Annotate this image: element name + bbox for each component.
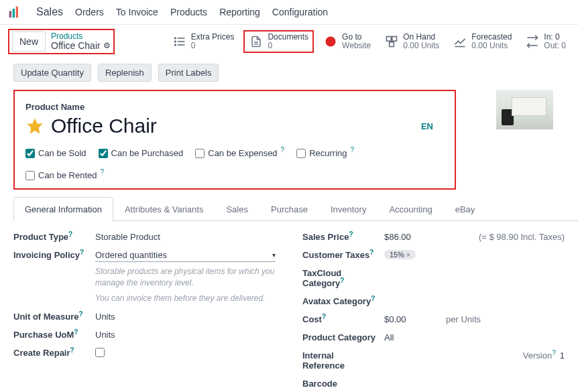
- check-can-be-expensed[interactable]: Can be Expensed?: [195, 148, 284, 158]
- check-can-be-sold[interactable]: Can be Sold: [25, 148, 86, 158]
- remove-tag-icon[interactable]: ×: [406, 251, 410, 259]
- customer-tax-tag[interactable]: 15%×: [384, 250, 416, 259]
- form: Product Type? Storable Product Invoicing…: [0, 221, 578, 392]
- svg-point-11: [326, 37, 336, 47]
- app-logo-icon: [8, 5, 21, 19]
- breadcrumb: Products Office Chair ⚙: [51, 32, 111, 52]
- product-name[interactable]: Office Chair: [51, 115, 157, 137]
- product-header: Product Name Office Chair EN Can be Sold…: [13, 90, 456, 190]
- tab-attributes-variants[interactable]: Attributes & Variants: [113, 197, 215, 221]
- field-uom: Unit of Measure? Units: [13, 312, 276, 322]
- tab-inventory[interactable]: Inventory: [319, 197, 378, 221]
- replenish-button[interactable]: Replenish: [98, 64, 152, 82]
- field-barcode: Barcode: [302, 379, 565, 389]
- product-type-value[interactable]: Storable Product: [95, 232, 160, 242]
- field-create-repair: Create Repair?: [13, 348, 276, 358]
- nav-configuration[interactable]: Configuration: [272, 7, 328, 17]
- check-can-be-purchased[interactable]: Can be Purchased: [99, 148, 184, 158]
- svg-point-8: [174, 44, 176, 46]
- tab-purchase[interactable]: Purchase: [259, 197, 319, 221]
- tab-ebay[interactable]: eBay: [444, 197, 487, 221]
- nav-products[interactable]: Products: [170, 7, 207, 17]
- cost-value[interactable]: $0.00: [384, 314, 438, 324]
- help-icon[interactable]: ?: [79, 310, 83, 318]
- check-recurring[interactable]: Recurring?: [296, 148, 354, 158]
- svg-point-7: [174, 41, 176, 42]
- product-name-label: Product Name: [25, 102, 444, 112]
- invoicing-policy-select[interactable]: Ordered quantities▾: [95, 250, 276, 262]
- favorite-star-icon[interactable]: [25, 117, 44, 135]
- field-product-category: Product Category All: [302, 332, 565, 342]
- stat-buttons: Extra Prices0 Documents0 Go toWebsite On…: [168, 30, 570, 53]
- help-icon[interactable]: ?: [351, 146, 355, 153]
- help-icon[interactable]: ?: [340, 277, 344, 284]
- cost-per: per Units: [446, 314, 481, 324]
- help-icon[interactable]: ?: [281, 146, 285, 153]
- svg-rect-13: [392, 37, 397, 42]
- help-icon[interactable]: ?: [70, 346, 74, 354]
- product-checks: Can be Sold Can be Purchased Can be Expe…: [25, 148, 444, 180]
- boxes-icon: [384, 34, 399, 49]
- help-icon[interactable]: ?: [100, 168, 104, 176]
- stat-documents[interactable]: Documents0: [243, 30, 314, 53]
- help-icon[interactable]: ?: [371, 295, 375, 302]
- field-avatax-category: Avatax Category?: [302, 296, 565, 306]
- svg-point-6: [174, 38, 176, 39]
- print-labels-button[interactable]: Print Labels: [158, 64, 219, 82]
- document-icon: [249, 34, 264, 49]
- check-can-be-rented[interactable]: Can be Rented?: [25, 170, 104, 180]
- sales-price-incl: (= $ 98.90 Incl. Taxes): [479, 232, 565, 242]
- stat-onhand[interactable]: On Hand0.00 Units: [380, 30, 443, 53]
- tab-accounting[interactable]: Accounting: [378, 197, 443, 221]
- product-category-value[interactable]: All: [384, 332, 394, 342]
- nav-reporting[interactable]: Reporting: [219, 7, 260, 17]
- list-icon: [172, 34, 187, 49]
- purchase-uom-value[interactable]: Units: [95, 330, 115, 340]
- stat-inout[interactable]: In: 0Out: 0: [521, 30, 570, 53]
- stat-forecasted[interactable]: Forecasted0.00 Units: [449, 30, 516, 53]
- svg-marker-18: [27, 118, 42, 133]
- top-nav: Sales Orders To Invoice Products Reporti…: [0, 0, 578, 25]
- product-image[interactable]: [496, 90, 553, 130]
- tabs: General Information Attributes & Variant…: [13, 196, 578, 221]
- new-button[interactable]: New: [12, 31, 46, 52]
- create-repair-checkbox[interactable]: [95, 348, 105, 357]
- field-internal-reference: Internal Reference Version? 1: [302, 350, 565, 371]
- svg-rect-2: [16, 7, 18, 18]
- form-left-column: Product Type? Storable Product Invoicing…: [13, 232, 276, 392]
- svg-rect-14: [390, 42, 394, 47]
- stat-website[interactable]: Go toWebsite: [319, 30, 375, 53]
- field-customer-taxes: Customer Taxes? 15%×: [302, 250, 565, 260]
- breadcrumb-current: Office Chair ⚙: [51, 41, 111, 51]
- language-badge[interactable]: EN: [421, 121, 433, 131]
- help-icon[interactable]: ?: [552, 349, 556, 356]
- app-name[interactable]: Sales: [36, 6, 63, 18]
- help-icon[interactable]: ?: [80, 249, 84, 256]
- help-icon[interactable]: ?: [369, 249, 373, 256]
- stat-extra-prices[interactable]: Extra Prices0: [168, 30, 239, 53]
- svg-rect-12: [387, 37, 392, 42]
- sales-price-value[interactable]: $86.00: [384, 232, 451, 242]
- breadcrumb-group: New Products Office Chair ⚙: [8, 29, 115, 54]
- help-icon[interactable]: ?: [68, 231, 72, 238]
- chart-icon: [453, 34, 467, 49]
- transfer-icon: [525, 34, 540, 49]
- sub-bar: New Products Office Chair ⚙ Extra Prices…: [0, 25, 578, 58]
- update-quantity-button[interactable]: Update Quantity: [13, 64, 91, 82]
- tab-sales[interactable]: Sales: [215, 197, 259, 221]
- help-icon[interactable]: ?: [322, 313, 326, 320]
- field-cost: Cost? $0.00 per Units: [302, 314, 565, 324]
- uom-value[interactable]: Units: [95, 312, 115, 322]
- form-right-column: Sales Price? $86.00 (= $ 98.90 Incl. Tax…: [302, 232, 565, 392]
- nav-orders[interactable]: Orders: [75, 7, 104, 17]
- tab-general-information[interactable]: General Information: [13, 197, 113, 221]
- help-icon[interactable]: ?: [349, 231, 353, 238]
- helper-text-1: Storable products are physical items for…: [95, 266, 276, 289]
- breadcrumb-parent[interactable]: Products: [51, 32, 111, 41]
- help-icon[interactable]: ?: [74, 328, 78, 336]
- helper-text-2: You can invoice them before they are del…: [95, 293, 276, 304]
- field-invoicing-policy: Invoicing Policy? Ordered quantities▾: [13, 250, 276, 262]
- gear-icon[interactable]: ⚙: [103, 42, 111, 50]
- nav-to-invoice[interactable]: To Invoice: [116, 7, 158, 17]
- chevron-down-icon: ▾: [272, 251, 276, 259]
